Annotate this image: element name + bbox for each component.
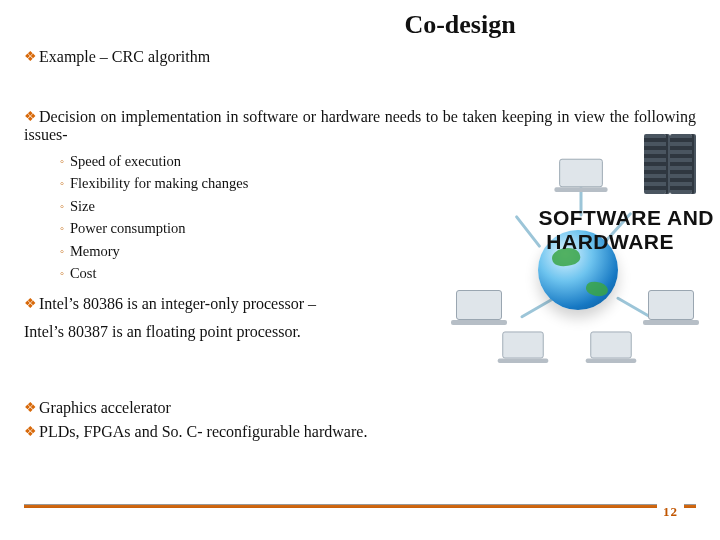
page-number: 12 bbox=[663, 504, 678, 519]
laptop-icon bbox=[648, 290, 694, 320]
page-number-wrap: 12 bbox=[657, 502, 684, 520]
slide: Co-design ❖Example – CRC algorithm ❖Deci… bbox=[0, 0, 720, 540]
list-item-text: Size bbox=[70, 198, 95, 214]
ring-icon: ◦ bbox=[60, 245, 64, 257]
bullet-graphics-text: Graphics accelerator bbox=[39, 399, 171, 416]
footer-bar bbox=[24, 504, 696, 508]
slide-title: Co-design bbox=[224, 10, 696, 40]
bullet-plds-text: PLDs, FPGAs and So. C- reconfigurable ha… bbox=[39, 423, 367, 440]
bullet-80386-text: Intel’s 80386 is an integer-only process… bbox=[39, 295, 316, 312]
ring-icon: ◦ bbox=[60, 155, 64, 167]
list-item-text: Power consumption bbox=[70, 220, 186, 236]
bullet-plds: ❖PLDs, FPGAs and So. C- reconfigurable h… bbox=[24, 423, 696, 441]
diamond-icon: ❖ bbox=[24, 295, 37, 312]
laptop-icon bbox=[590, 332, 631, 359]
laptop-icon bbox=[456, 290, 502, 320]
list-item-text: Memory bbox=[70, 243, 120, 259]
server-icon bbox=[670, 134, 692, 194]
bullet-graphics: ❖Graphics accelerator bbox=[24, 399, 696, 417]
server-icon bbox=[644, 134, 666, 194]
bullet-example-text: Example – CRC algorithm bbox=[39, 48, 210, 65]
illustration-caption-2: HARDWARE bbox=[546, 230, 674, 254]
diamond-icon: ❖ bbox=[24, 399, 37, 416]
laptop-icon bbox=[559, 159, 603, 188]
bullet-example: ❖Example – CRC algorithm bbox=[24, 48, 696, 66]
list-item-text: Speed of execution bbox=[70, 153, 181, 169]
ring-icon: ◦ bbox=[60, 177, 64, 189]
illustration-caption-1: SOFTWARE AND bbox=[538, 206, 714, 230]
illustration: SOFTWARE AND HARDWARE bbox=[448, 130, 708, 350]
laptop-icon bbox=[502, 332, 543, 359]
ring-icon: ◦ bbox=[60, 267, 64, 279]
diamond-icon: ❖ bbox=[24, 48, 37, 65]
ring-icon: ◦ bbox=[60, 222, 64, 234]
lower-block: ❖Graphics accelerator ❖PLDs, FPGAs and S… bbox=[24, 399, 696, 441]
list-item-text: Cost bbox=[70, 265, 97, 281]
ring-icon: ◦ bbox=[60, 200, 64, 212]
connector-line bbox=[616, 296, 652, 319]
list-item-text: Flexibility for making changes bbox=[70, 175, 248, 191]
diamond-icon: ❖ bbox=[24, 423, 37, 440]
footer: 12 bbox=[0, 504, 720, 524]
diamond-icon: ❖ bbox=[24, 108, 37, 125]
connector-line bbox=[515, 215, 542, 248]
